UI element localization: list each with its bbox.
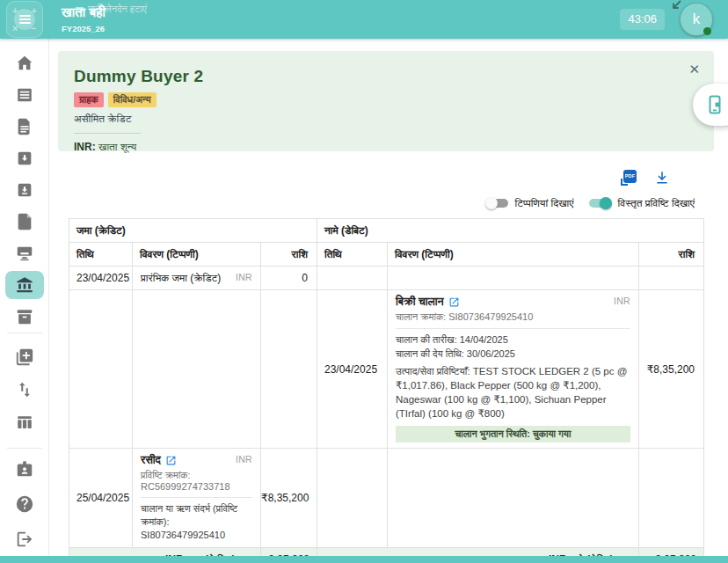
- currency-label: INR: [236, 272, 252, 282]
- hamburger-icon[interactable]: [14, 9, 35, 30]
- balance-value: खाता शून्य: [98, 141, 136, 153]
- day-book-icon: [15, 85, 34, 105]
- sidebar-divider: [7, 333, 42, 333]
- page-title: खाता बही: [62, 4, 106, 20]
- inventory-archive-icon: [15, 307, 34, 326]
- ledger-table: जमा (क्रेडिट) नामे (डेबिट) तिथि विवरण (ट…: [69, 218, 704, 563]
- empty-cell: [261, 290, 317, 449]
- customer-badge: ग्राहक: [74, 92, 104, 107]
- empty-cell: [133, 290, 261, 449]
- receipt-title[interactable]: रसीद: [141, 454, 161, 467]
- sale-items: उत्पाद/सेवा प्रविष्टियाँ: TEST STOCK LED…: [396, 364, 630, 420]
- sidebar-item-vouchers[interactable]: [14, 211, 35, 232]
- sidebar: [0, 39, 49, 556]
- party-name: Dummy Buyer 2: [74, 67, 698, 86]
- bottom-accent-bar: [0, 556, 728, 563]
- sale-due-date: चालान की देय तिथि: 30/06/2025: [396, 347, 630, 361]
- ledger-card: Dummy Buyer 2 ग्राहक विविध/अन्य असीमित क…: [58, 51, 714, 563]
- category-badge: विविध/अन्य: [108, 92, 157, 107]
- toggle-detailed-label: विस्तृत प्रविष्टि दिखाएं: [618, 197, 695, 209]
- switch-off-icon[interactable]: [485, 197, 509, 209]
- contact-badge-icon: [15, 459, 34, 479]
- debit-desc-header: विवरण (टिप्पणी): [388, 243, 639, 267]
- header-titles: खाता बही FY2025_26: [62, 4, 106, 33]
- debit-group-header: नामे (डेबिट): [317, 219, 704, 243]
- sidebar-item-purchases[interactable]: [14, 179, 35, 201]
- receipt-reference: चालान या ऋण संदर्भ (प्रविष्टि क्रमांक): …: [141, 502, 252, 542]
- empty-cell: [639, 449, 704, 548]
- sidebar-item-daybook[interactable]: [14, 84, 35, 106]
- pdf-icon: PDF: [623, 170, 637, 183]
- debit-amount-header: राशि: [639, 243, 704, 267]
- receipt-desc-cell: रसीद INR प्रविष्टि क्रमांक: RC5699927473…: [133, 449, 261, 548]
- download-icon[interactable]: [654, 170, 670, 186]
- sale-invoice-date: चालान की तारीख: 14/04/2025: [396, 333, 630, 347]
- receipt-amount: ₹8,35,200: [261, 449, 317, 548]
- sidebar-item-new-entry[interactable]: [14, 347, 35, 368]
- credit-group-header: जमा (क्रेडिट): [69, 219, 317, 243]
- column-header-row: तिथि विवरण (टिप्पणी) राशि तिथि विवरण (टि…: [69, 243, 704, 267]
- view-toggles: टिप्पणियां दिखाएं विस्तृत प्रविष्टि दिखा…: [58, 195, 714, 211]
- columns-icon: [15, 413, 34, 432]
- home-icon: [15, 54, 34, 73]
- sale-date: 23/04/2025: [317, 290, 388, 449]
- empty-cell: [317, 267, 388, 290]
- credit-amount-header: राशि: [261, 243, 317, 267]
- menu-button[interactable]: + + × −: [6, 1, 43, 38]
- export-toolbar: PDF: [58, 169, 714, 186]
- sidebar-item-logout[interactable]: [14, 529, 35, 550]
- sidebar-item-transfers[interactable]: [14, 379, 35, 400]
- currency-label: INR: [614, 296, 630, 306]
- external-link-icon[interactable]: [448, 296, 460, 308]
- file-icon: [15, 212, 34, 231]
- opening-desc-cell: INR प्रारंभिक जमा (क्रेडिट): [133, 267, 261, 290]
- sidebar-item-inventory[interactable]: [14, 306, 35, 327]
- opening-balance-row: 23/04/2025 INR प्रारंभिक जमा (क्रेडिट) 0: [69, 267, 704, 290]
- opening-amount: 0: [261, 267, 317, 290]
- sale-desc-cell: बिक्री चालान INR चालान क्रमांक: SI807364…: [388, 290, 639, 449]
- receipt-date: 25/04/2025: [69, 449, 133, 548]
- online-status-dot: [703, 27, 711, 35]
- sidebar-item-bank-ledger[interactable]: [14, 274, 35, 296]
- bank-icon: [15, 275, 34, 295]
- inbox-upload-icon: [15, 180, 34, 200]
- toggle-detailed-entries[interactable]: विस्तृत प्रविष्टि दिखाएं: [588, 197, 695, 209]
- help-icon: [15, 494, 34, 514]
- credit-desc-header: विवरण (टिप्पणी): [133, 243, 261, 267]
- sidebar-item-pos[interactable]: [14, 243, 35, 264]
- empty-cell: [388, 449, 639, 548]
- opening-date: 23/04/2025: [69, 267, 133, 290]
- export-pdf-button[interactable]: PDF: [621, 170, 637, 186]
- sidebar-item-sales[interactable]: [14, 148, 35, 169]
- avatar[interactable]: k: [680, 3, 713, 36]
- inbox-download-icon: [15, 149, 34, 168]
- switch-on-icon[interactable]: [588, 197, 612, 209]
- sidebar-item-help[interactable]: [14, 494, 35, 515]
- mobile-app-fab[interactable]: [693, 84, 728, 126]
- sale-invoice-number: चालान क्रमांक: SI80736479925410: [396, 311, 630, 329]
- mouse-cursor: [670, 0, 682, 12]
- sidebar-item-documents[interactable]: [14, 116, 35, 137]
- sale-invoice-row: 23/04/2025 बिक्री चालान INR चालान क्रमां…: [69, 290, 704, 449]
- close-icon[interactable]: ✕: [688, 62, 700, 76]
- group-header-row: जमा (क्रेडिट) नामे (डेबिट): [69, 219, 704, 243]
- mobile-app-icon: [704, 94, 725, 115]
- empty-cell: [388, 267, 639, 290]
- toggle-comments-label: टिप्पणियां दिखाएं: [515, 197, 574, 209]
- sidebar-divider: [7, 448, 42, 449]
- sidebar-item-contacts[interactable]: [14, 458, 35, 479]
- toggle-show-comments[interactable]: टिप्पणियां दिखाएं: [485, 197, 574, 209]
- sale-amount: ₹8,35,200: [639, 290, 704, 449]
- external-link-icon[interactable]: [165, 455, 177, 466]
- sidebar-item-reports[interactable]: [14, 412, 35, 433]
- balance-currency-label: INR:: [74, 141, 96, 153]
- swap-vertical-icon: [15, 380, 34, 399]
- currency-label: INR: [236, 454, 252, 464]
- sale-title[interactable]: बिक्री चालान: [396, 296, 444, 309]
- debit-date-header: तिथि: [317, 243, 388, 267]
- sidebar-item-home[interactable]: [14, 53, 35, 74]
- balance-line: INR: खाता शून्य: [74, 141, 698, 153]
- pos-terminal-icon: [15, 244, 34, 263]
- empty-cell: [317, 449, 388, 548]
- logout-icon: [15, 530, 34, 549]
